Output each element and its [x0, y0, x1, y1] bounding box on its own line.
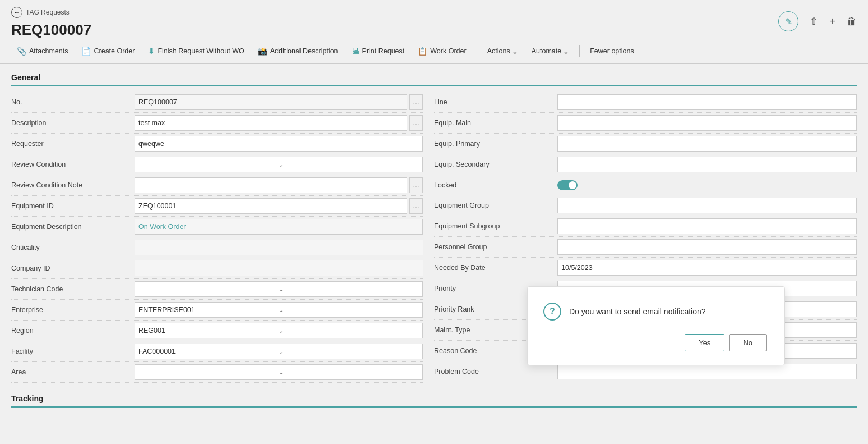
equip-primary-row: Equip. Primary — [434, 134, 857, 154]
no-row: No. … — [11, 92, 423, 113]
breadcrumb-text: TAG Requests — [26, 8, 70, 16]
equip-primary-label: Equip. Primary — [434, 140, 557, 148]
equipment-id-row: Equipment ID … — [11, 196, 423, 217]
equip-secondary-row: Equip. Secondary — [434, 154, 857, 175]
technician-code-select[interactable]: ⌄ — [135, 281, 423, 297]
work-order-icon: 📋 — [418, 47, 427, 56]
print-request-button[interactable]: 🖶 Print Request — [346, 43, 410, 59]
line-row: Line — [434, 92, 857, 113]
share-button[interactable]: ⇧ — [810, 15, 818, 28]
requester-input[interactable] — [135, 136, 423, 152]
locked-toggle-container — [557, 180, 578, 190]
criticality-row: Criticality — [11, 237, 423, 258]
header-actions: ✎ ⇧ + 🗑 — [778, 7, 857, 31]
equipment-description-link[interactable]: On Work Order — [135, 219, 423, 235]
personnel-group-label: Personnel Group — [434, 243, 557, 251]
create-order-label: Create Order — [94, 47, 135, 55]
facility-select[interactable]: FAC000001 ⌄ — [135, 344, 423, 359]
no-input[interactable] — [135, 94, 407, 110]
description-input[interactable] — [135, 115, 407, 131]
create-order-icon: 📄 — [81, 47, 91, 56]
tracking-section-title: Tracking — [11, 394, 857, 408]
actions-chevron-icon: ⌄ — [512, 47, 518, 56]
company-id-row: Company ID — [11, 258, 423, 279]
enterprise-label: Enterprise — [11, 306, 135, 314]
work-order-button[interactable]: 📋 Work Order — [412, 43, 472, 59]
equipment-id-input[interactable] — [135, 198, 407, 214]
automate-chevron-icon: ⌄ — [563, 47, 569, 56]
personnel-group-input[interactable] — [557, 239, 857, 255]
equipment-description-text: On Work Order — [138, 223, 186, 231]
review-condition-chevron-icon: ⌄ — [279, 162, 419, 168]
locked-value-container — [557, 180, 857, 190]
fewer-options-button[interactable]: Fewer options — [584, 44, 640, 58]
finish-request-button[interactable]: ⬇ Finish Request Without WO — [142, 43, 250, 59]
create-order-button[interactable]: 📄 Create Order — [76, 43, 140, 59]
technician-code-chevron-icon: ⌄ — [279, 286, 419, 292]
description-label: Description — [11, 119, 135, 127]
review-condition-value-container: ⌄ — [135, 157, 423, 172]
back-button[interactable]: ← — [11, 7, 22, 18]
requester-row: Requester — [11, 134, 423, 154]
region-select[interactable]: REG001 ⌄ — [135, 323, 423, 338]
no-label: No. — [11, 98, 135, 106]
additional-description-button[interactable]: 📸 Additional Description — [252, 43, 344, 59]
criticality-value-container — [135, 240, 423, 255]
automate-label: Automate — [532, 47, 562, 55]
company-id-label: Company ID — [11, 264, 135, 272]
problem-code-label: Problem Code — [434, 368, 557, 376]
needed-by-date-input[interactable] — [557, 260, 857, 276]
dialog-yes-button[interactable]: Yes — [685, 334, 724, 351]
equipment-group-input[interactable] — [557, 198, 857, 213]
email-notification-dialog: ? Do you want to send email notification… — [527, 286, 785, 365]
additional-description-label: Additional Description — [270, 47, 338, 55]
technician-code-value-container: ⌄ — [135, 281, 423, 297]
review-condition-note-row: Review Condition Note … — [11, 175, 423, 196]
delete-button[interactable]: 🗑 — [847, 16, 857, 28]
dialog-no-button[interactable]: No — [729, 334, 767, 351]
area-select[interactable]: ⌄ — [135, 364, 423, 380]
toolbar-separator-2 — [579, 45, 580, 57]
needed-by-date-label: Needed By Date — [434, 264, 557, 272]
dialog-content: ? Do you want to send email notification… — [543, 303, 767, 321]
locked-toggle[interactable] — [557, 180, 578, 190]
enterprise-value-container: ENTERPRISE001 ⌄ — [135, 302, 423, 318]
no-value-container: … — [135, 94, 423, 110]
equip-main-label: Equip. Main — [434, 119, 557, 127]
technician-code-label: Technician Code — [11, 285, 135, 293]
problem-code-input[interactable] — [557, 364, 857, 379]
equip-main-input[interactable] — [557, 115, 857, 131]
enterprise-select[interactable]: ENTERPRISE001 ⌄ — [135, 302, 423, 318]
equipment-subgroup-input[interactable] — [557, 218, 857, 234]
enterprise-chevron-icon: ⌄ — [279, 307, 419, 313]
equip-primary-input[interactable] — [557, 136, 857, 152]
no-ellipsis-button[interactable]: … — [409, 94, 423, 110]
equipment-description-row: Equipment Description On Work Order — [11, 217, 423, 237]
equip-secondary-input[interactable] — [557, 157, 857, 172]
facility-label: Facility — [11, 347, 135, 355]
equipment-group-value-container — [557, 198, 857, 213]
line-input[interactable] — [557, 94, 857, 110]
add-button[interactable]: + — [829, 16, 835, 28]
equip-secondary-value-container — [557, 157, 857, 172]
attachments-button[interactable]: 📎 Attachments — [11, 43, 73, 59]
automate-button[interactable]: Automate ⌄ — [526, 44, 575, 59]
review-condition-note-ellipsis-button[interactable]: … — [409, 177, 423, 193]
region-value: REG001 — [138, 327, 279, 335]
description-ellipsis-button[interactable]: … — [409, 115, 423, 131]
facility-chevron-icon: ⌄ — [279, 349, 419, 355]
equipment-id-label: Equipment ID — [11, 202, 135, 210]
equipment-group-label: Equipment Group — [434, 202, 557, 209]
toolbar-separator-1 — [477, 45, 477, 57]
criticality-value — [135, 240, 423, 255]
needed-by-date-value-container — [557, 260, 857, 276]
edit-button[interactable]: ✎ — [778, 11, 798, 31]
equipment-id-ellipsis-button[interactable]: … — [409, 198, 423, 214]
review-condition-select[interactable]: ⌄ — [135, 157, 423, 172]
review-condition-row: Review Condition ⌄ — [11, 154, 423, 175]
needed-by-date-row: Needed By Date — [434, 258, 857, 278]
review-condition-note-input[interactable] — [135, 177, 407, 193]
finish-request-icon: ⬇ — [148, 47, 155, 56]
actions-button[interactable]: Actions ⌄ — [482, 44, 524, 59]
dialog-buttons: Yes No — [543, 334, 767, 351]
